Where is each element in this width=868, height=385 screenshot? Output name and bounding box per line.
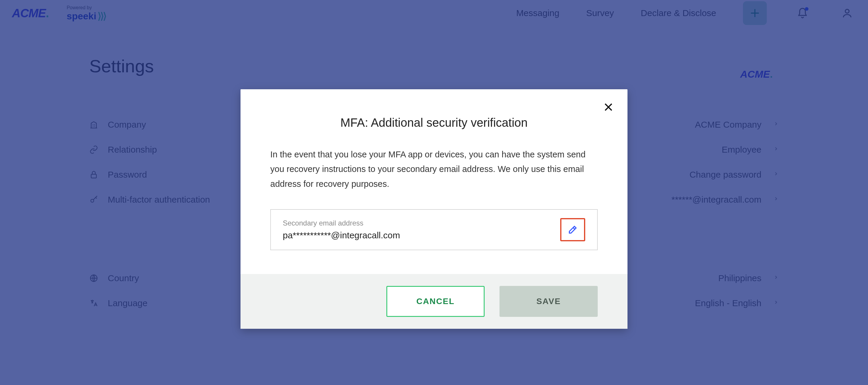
cancel-button[interactable]: CANCEL: [386, 286, 485, 317]
modal-body: MFA: Additional security verification In…: [241, 89, 627, 274]
modal-close-button[interactable]: [603, 101, 614, 115]
modal-overlay[interactable]: MFA: Additional security verification In…: [0, 0, 868, 385]
close-icon: [603, 101, 614, 113]
email-label: Secondary email address: [283, 219, 560, 227]
secondary-email-field: Secondary email address pa***********@in…: [270, 209, 598, 250]
modal-description: In the event that you lose your MFA app …: [270, 147, 598, 191]
edit-email-button[interactable]: [560, 218, 585, 241]
email-text-block: Secondary email address pa***********@in…: [283, 219, 560, 240]
mfa-modal: MFA: Additional security verification In…: [241, 89, 627, 329]
email-value: pa***********@integracall.com: [283, 230, 560, 240]
save-button[interactable]: SAVE: [499, 286, 598, 317]
modal-title: MFA: Additional security verification: [270, 116, 598, 129]
modal-footer: CANCEL SAVE: [241, 274, 627, 329]
edit-icon: [568, 225, 578, 235]
